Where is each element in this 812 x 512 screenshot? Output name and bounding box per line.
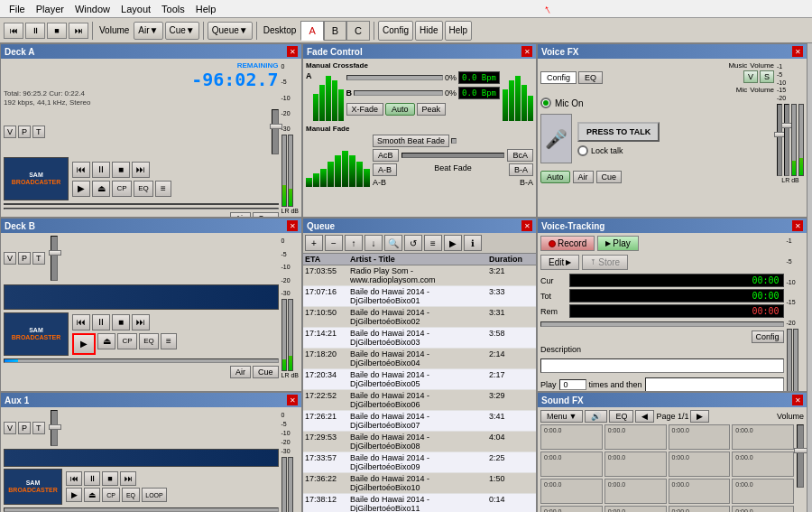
queue-row[interactable]: 17:33:57Baile do Hawai 2014 - DjGilberto… xyxy=(303,452,536,473)
vfx-music-fader[interactable] xyxy=(777,104,782,176)
deck-a-rew[interactable]: ⏮ xyxy=(72,162,90,178)
sfx-cell[interactable]: 0:00.0 xyxy=(604,424,667,450)
deck-b-rew[interactable]: ⏮ xyxy=(72,314,90,330)
sfx-eq-btn[interactable]: EQ xyxy=(609,410,633,423)
vt-config-btn[interactable]: Config xyxy=(752,330,784,343)
menu-layout[interactable]: Layout xyxy=(115,3,156,15)
vfx-auto-btn[interactable]: Auto xyxy=(540,171,570,183)
aux1-v[interactable]: V xyxy=(4,422,16,434)
transport-stop[interactable]: ■ xyxy=(47,23,67,39)
ab-btn[interactable]: A-B xyxy=(373,163,397,176)
deck-b-air[interactable]: Air xyxy=(230,366,251,378)
aux1-p[interactable]: P xyxy=(18,422,31,434)
play-count-input[interactable] xyxy=(559,379,586,390)
queue-row[interactable]: 17:26:21Baile do Hawai 2014 - DjGilberto… xyxy=(303,411,536,432)
vfx-tab-config[interactable]: Config xyxy=(540,71,577,84)
sfx-cell[interactable]: 0:00.0 xyxy=(669,506,731,512)
air-dropdown[interactable]: Air ▼ xyxy=(134,22,162,40)
sfx-cell[interactable]: 0:00.0 xyxy=(669,479,731,504)
menu-file[interactable]: File xyxy=(4,3,31,15)
fade-control-close[interactable]: ✕ xyxy=(521,46,532,57)
deck-a-p[interactable]: P xyxy=(18,126,31,138)
transport-next[interactable]: ⏭ xyxy=(69,23,88,39)
press-to-talk-btn[interactable]: PRESS TO TALK xyxy=(577,122,660,142)
deck-b-play[interactable]: ▶ xyxy=(72,333,96,355)
deck-b-pause[interactable]: ⏸ xyxy=(92,314,110,330)
deck-b-p[interactable]: P xyxy=(18,252,31,265)
deck-b-eject[interactable]: ⏏ xyxy=(97,333,115,349)
deck-a-menu[interactable]: ≡ xyxy=(155,181,171,197)
voice-fx-close[interactable]: ✕ xyxy=(792,46,803,57)
queue-row[interactable]: 17:18:20Baile do Hawai 2014 - DjGilberto… xyxy=(303,349,536,369)
queue-row[interactable]: 17:29:53Baile do Hawai 2014 - DjGilberto… xyxy=(303,432,536,452)
deck-b-cue[interactable]: Cue xyxy=(253,366,279,378)
vfx-air-btn[interactable]: Air xyxy=(573,171,594,183)
deck-a-fader[interactable] xyxy=(272,109,279,154)
smooth-beat-slider[interactable] xyxy=(451,138,457,144)
aux1-fader-knob[interactable] xyxy=(49,424,61,430)
aux1-rew[interactable]: ⏮ xyxy=(66,471,82,486)
config-button[interactable]: Config xyxy=(378,21,413,41)
vfx-mic-fader[interactable] xyxy=(784,104,789,176)
aux1-loop[interactable]: LOOP xyxy=(142,488,167,502)
sfx-cell[interactable]: 0:00.0 xyxy=(669,451,731,477)
then-dropdown[interactable] xyxy=(645,377,784,392)
sfx-prev-btn[interactable]: ◀ xyxy=(635,410,654,423)
queue-row[interactable]: 17:38:12Baile do Hawai 2014 - DjGilberto… xyxy=(303,494,536,512)
deck-b-close[interactable]: ✕ xyxy=(287,220,298,231)
aux1-eject[interactable]: ⏏ xyxy=(84,488,100,502)
deck-a-ff[interactable]: ⏭ xyxy=(132,162,150,178)
queue-down-btn[interactable]: ↓ xyxy=(364,235,383,251)
aux1-cp[interactable]: CP xyxy=(102,488,120,502)
xfade-btn[interactable]: X-Fade xyxy=(346,103,384,116)
vfx-tab-eq[interactable]: EQ xyxy=(578,71,603,84)
auto-btn-cf[interactable]: Auto xyxy=(385,103,415,116)
sfx-cell[interactable]: 0:00.0 xyxy=(540,506,603,512)
aux1-play[interactable]: ▶ xyxy=(66,488,82,502)
deck-a-close[interactable]: ✕ xyxy=(287,46,298,57)
sfx-cell[interactable]: 0:00.0 xyxy=(732,506,794,512)
deck-a-fader-knob[interactable] xyxy=(270,124,282,129)
deck-b-cp[interactable]: CP xyxy=(117,333,137,349)
queue-row[interactable]: 17:20:34Baile do Hawai 2014 - DjGilberto… xyxy=(303,369,536,390)
deck-a-eject[interactable]: ⏏ xyxy=(92,181,110,197)
smooth-beat-btn[interactable]: Smooth Beat Fade xyxy=(373,135,449,147)
peak-btn[interactable]: Peak xyxy=(417,103,447,116)
sfx-cell[interactable]: 0:00.0 xyxy=(732,451,794,477)
sfx-cell[interactable]: 0:00.0 xyxy=(732,479,794,504)
queue-search-btn[interactable]: 🔍 xyxy=(384,235,402,251)
queue-play-btn[interactable]: ▶ xyxy=(444,235,462,251)
deck-a-pause[interactable]: ⏸ xyxy=(92,162,110,178)
deck-a-t[interactable]: T xyxy=(32,126,45,138)
aux1-progress[interactable] xyxy=(4,507,279,512)
queue-row[interactable]: 17:07:16Baile do Hawai 2014 - DjGilberto… xyxy=(303,286,536,307)
deck-b-fader[interactable] xyxy=(51,236,58,281)
sfx-cell[interactable]: 0:00.0 xyxy=(732,424,794,450)
ba-btn[interactable]: B-A xyxy=(509,163,533,176)
hide-button[interactable]: Hide xyxy=(415,21,443,41)
beat-fade-slider[interactable] xyxy=(401,153,505,158)
bca-btn[interactable]: BcA xyxy=(507,149,533,162)
deck-b-menu[interactable]: ≡ xyxy=(161,333,177,349)
queue-dropdown[interactable]: Queue ▼ xyxy=(208,22,253,40)
queue-list-btn[interactable]: ≡ xyxy=(424,235,442,251)
aux1-eq[interactable]: EQ xyxy=(122,488,140,502)
cf-slider-b[interactable] xyxy=(354,90,443,96)
sfx-cell[interactable]: 0:00.0 xyxy=(540,451,603,477)
deck-b-stop[interactable]: ■ xyxy=(112,314,130,330)
vt-edit-btn[interactable]: Edit ▶ xyxy=(540,255,579,270)
cf-slider-a[interactable] xyxy=(346,75,444,80)
queue-row[interactable]: 17:10:50Baile do Hawai 2014 - DjGilberto… xyxy=(303,307,536,328)
deck-a-stop[interactable]: ■ xyxy=(112,162,130,178)
sfx-cell[interactable]: 0:00.0 xyxy=(604,451,667,477)
tab-c[interactable]: C xyxy=(346,21,370,41)
record-btn[interactable]: Record xyxy=(540,236,595,251)
aux1-fader[interactable] xyxy=(51,410,58,446)
sfx-cell[interactable]: 0:00.0 xyxy=(669,424,731,450)
menu-window[interactable]: Window xyxy=(69,3,115,15)
aux1-t[interactable]: T xyxy=(32,422,45,434)
deck-b-eq[interactable]: EQ xyxy=(139,333,159,349)
transport-pause[interactable]: ⏸ xyxy=(25,23,45,39)
sfx-cell[interactable]: 0:00.0 xyxy=(604,479,667,504)
deck-b-ff[interactable]: ⏭ xyxy=(132,314,150,330)
